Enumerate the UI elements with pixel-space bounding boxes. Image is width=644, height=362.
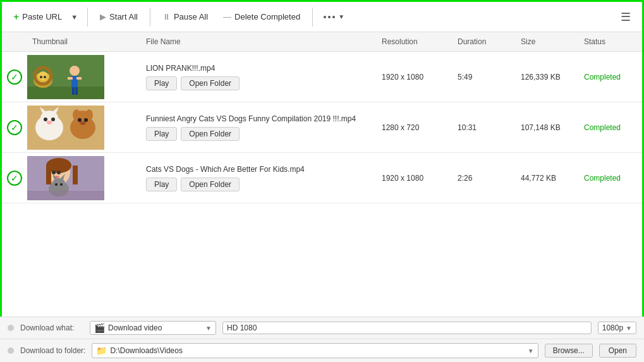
row-3-resolution: 1920 x 1080 (377, 174, 453, 183)
col-header-duration: Duration (453, 36, 516, 47)
paste-url-dropdown[interactable]: ▼ (67, 10, 82, 24)
folder-path-select[interactable]: 📁 D:\Downloads\Videos ▼ (92, 343, 538, 358)
row-1-play-button[interactable]: Play (146, 76, 177, 90)
bottom-bar: Download what: 🎬 Download video ▼ HD 108… (0, 317, 644, 362)
separator-1 (87, 8, 88, 27)
row-2-status: Completed (579, 123, 642, 132)
svg-rect-5 (76, 77, 82, 80)
plus-icon: + (13, 11, 19, 23)
svg-point-34 (57, 171, 61, 174)
video-icon: 🎬 (94, 323, 105, 333)
separator-2 (150, 8, 150, 27)
row-3-open-folder-button[interactable]: Open Folder (181, 178, 240, 191)
row-3-status: Completed (579, 174, 642, 183)
delete-completed-label: Delete Completed (234, 12, 300, 21)
row-2-resolution: 1280 x 720 (377, 123, 453, 132)
table-body: ✓ (2, 52, 642, 318)
row-1-duration: 5:49 (453, 73, 516, 81)
row-3-filename: Cats VS Dogs - Which Are Better For Kids… (146, 165, 372, 174)
svg-point-2 (70, 66, 80, 76)
pause-all-button[interactable]: ⏸ Pause All (156, 9, 214, 25)
hamburger-icon: ☰ (621, 11, 631, 23)
pause-icon: ⏸ (162, 12, 171, 21)
open-button[interactable]: Open (599, 344, 636, 358)
delete-completed-button[interactable]: — Delete Completed (217, 9, 307, 25)
svg-point-21 (47, 121, 52, 124)
dot-1 (324, 16, 326, 18)
paste-url-button[interactable]: + Paste URL (8, 8, 67, 26)
toolbar: + Paste URL ▼ ▶ Start All ⏸ Pause All — … (2, 2, 642, 32)
row-1-open-folder-button[interactable]: Open Folder (181, 76, 240, 90)
start-all-label: Start All (109, 12, 138, 21)
row-2-actions: Play Open Folder (146, 127, 372, 141)
svg-rect-43 (27, 191, 104, 200)
dot-3 (332, 16, 335, 18)
download-type-select[interactable]: 🎬 Download video ▼ (90, 321, 216, 335)
table-row: ✓ (2, 52, 642, 102)
svg-point-20 (51, 118, 55, 121)
start-icon: ▶ (100, 12, 106, 21)
download-to-label: Download to folder: (20, 346, 85, 355)
svg-rect-1 (27, 87, 104, 99)
svg-point-38 (52, 178, 65, 188)
svg-rect-7 (75, 87, 78, 95)
quality-dropdown[interactable]: 1080p ▼ (598, 322, 636, 334)
row-1-size: 126,339 KB (516, 73, 579, 81)
row-3-duration: 2:26 (453, 174, 516, 183)
paste-url-group: + Paste URL ▼ (8, 8, 82, 26)
svg-point-10 (39, 71, 47, 80)
col-header-filename: File Name (141, 36, 377, 47)
col-header-check (2, 36, 27, 47)
row-2-filename: Funniest Angry Cats VS Dogs Funny Compil… (146, 114, 372, 123)
table-row: ✓ (2, 102, 642, 153)
folder-path-arrow: ▼ (528, 347, 534, 354)
svg-point-28 (80, 121, 86, 125)
main-menu-button[interactable]: ☰ (616, 7, 636, 27)
row-2-play-button[interactable]: Play (146, 127, 177, 141)
folder-icon: 📁 (96, 346, 107, 356)
dot-2 (328, 16, 331, 18)
svg-rect-32 (46, 166, 51, 184)
row-3-info: Cats VS Dogs - Which Are Better For Kids… (141, 160, 377, 196)
row-1-resolution: 1920 x 1080 (377, 73, 453, 81)
svg-point-13 (44, 76, 46, 78)
row-1-status: Completed (579, 73, 642, 81)
row-1-check: ✓ (2, 69, 27, 85)
row-3-thumbnail (27, 156, 104, 200)
svg-point-35 (52, 171, 56, 174)
svg-rect-33 (73, 166, 78, 184)
download-type-arrow: ▼ (205, 325, 212, 332)
start-all-button[interactable]: ▶ Start All (94, 9, 144, 25)
checkmark-icon: ✓ (7, 69, 22, 85)
row-3-check: ✓ (2, 171, 27, 186)
quality-dropdown-arrow: ▼ (626, 325, 632, 332)
row-2-size: 107,148 KB (516, 123, 579, 132)
row-3-actions: Play Open Folder (146, 178, 372, 191)
separator-3 (312, 8, 313, 27)
quality-option-text: 1080p (602, 323, 623, 332)
row-2-check: ✓ (2, 120, 27, 135)
row-2-duration: 10:31 (453, 123, 516, 132)
more-options-button[interactable]: ▼ (319, 10, 349, 23)
download-what-indicator (8, 325, 14, 331)
browse-button[interactable]: Browse... (545, 344, 593, 358)
svg-rect-6 (72, 87, 75, 95)
download-what-row: Download what: 🎬 Download video ▼ HD 108… (0, 317, 644, 339)
more-options-arrow: ▼ (338, 13, 344, 20)
paste-url-label: Paste URL (22, 12, 62, 21)
col-header-size: Size (516, 36, 579, 47)
row-1-actions: Play Open Folder (146, 76, 372, 90)
checkmark-icon: ✓ (7, 171, 22, 186)
download-to-indicator (8, 347, 14, 354)
quality-label-field: HD 1080 (222, 322, 592, 334)
svg-point-19 (44, 118, 47, 121)
svg-point-27 (84, 118, 88, 122)
table-header: Thumbnail File Name Resolution Duration … (2, 32, 642, 52)
row-2-open-folder-button[interactable]: Open Folder (181, 127, 240, 141)
svg-point-12 (40, 76, 42, 78)
row-1-thumbnail (27, 55, 104, 99)
row-3-play-button[interactable]: Play (146, 178, 177, 191)
row-2-thumbnail (27, 106, 104, 150)
row-1-info: LION PRANK!!!.mp4 Play Open Folder (141, 59, 377, 95)
col-header-resolution: Resolution (377, 36, 453, 47)
